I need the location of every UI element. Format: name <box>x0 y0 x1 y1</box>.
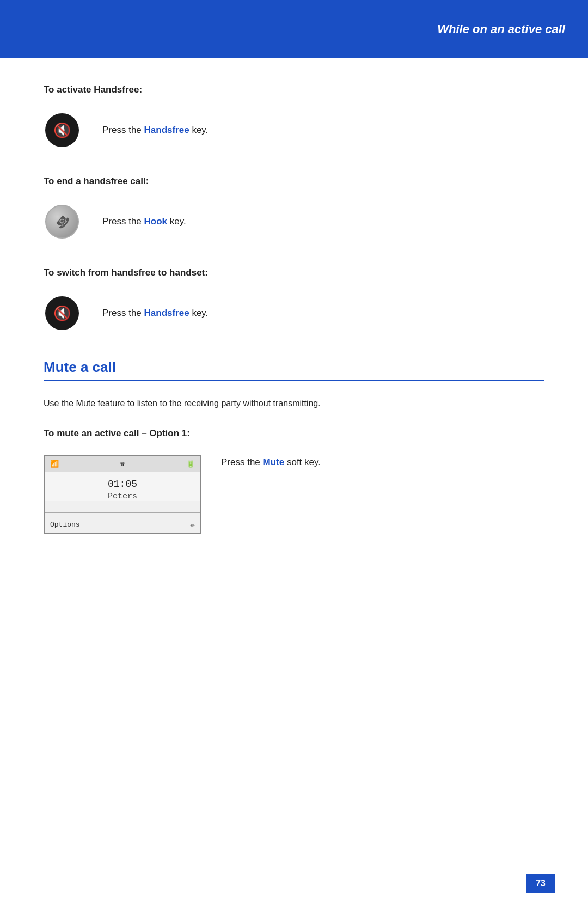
softkey-left-label: Options <box>50 521 80 529</box>
hook-icon: ☎ <box>52 211 72 231</box>
softkey-right-icon: ✏ <box>191 520 195 529</box>
black-circle-button-1: 🔇 <box>45 113 79 147</box>
speaker-icon-2: 🔇 <box>53 305 71 322</box>
key-description-switch-handset: Press the Handsfree key. <box>102 306 208 320</box>
section-activate-handsfree: To activate Handsfree: 🔇 Press the Hands… <box>44 84 544 149</box>
speaker-icon-1: 🔇 <box>53 122 71 139</box>
highlight-3: Handsfree <box>144 308 189 318</box>
highlight-1: Handsfree <box>144 125 189 135</box>
header-title: While on an active call <box>437 22 565 36</box>
key-row-activate-handsfree: 🔇 Press the Handsfree key. <box>44 112 544 149</box>
header-bar: While on an active call <box>0 0 588 58</box>
page-number: 73 <box>526 874 555 893</box>
desc-prefix-1: Press the <box>102 125 144 135</box>
phone-status-bar: 📶 ☎ 🔋 <box>45 456 200 472</box>
phone-time-display: 01:05 <box>50 479 195 490</box>
phone-name-display: Peters <box>50 492 195 501</box>
desc-prefix-3: Press the <box>102 308 144 318</box>
main-content: To activate Handsfree: 🔇 Press the Hands… <box>0 58 588 599</box>
mute-section: Mute a call Use the Mute feature to list… <box>44 359 544 534</box>
key-row-switch-handset: 🔇 Press the Handsfree key. <box>44 295 544 332</box>
signal-bars-icon: 📶 <box>50 460 59 468</box>
phone-screen-mockup: 📶 ☎ 🔋 01:05 Peters Options ✏ <box>44 455 201 534</box>
desc-suffix-2: key. <box>167 216 186 227</box>
mute-highlight: Mute <box>263 457 285 467</box>
handsfree-key-icon-1: 🔇 <box>44 112 81 149</box>
section-switch-handset: To switch from handsfree to handset: 🔇 P… <box>44 267 544 332</box>
black-circle-button-2: 🔇 <box>45 296 79 330</box>
desc-suffix-3: key. <box>189 308 209 318</box>
section-end-handsfree: To end a handsfree call: ☎ Press the Hoo… <box>44 176 544 240</box>
mute-desc-prefix: Press the <box>221 457 263 467</box>
heading-mute-option1: To mute an active call – Option 1: <box>44 428 544 439</box>
handsfree-key-icon-2: 🔇 <box>44 295 81 332</box>
phone-softkeys-bar: Options ✏ <box>45 517 200 533</box>
mute-option1-container: 📶 ☎ 🔋 01:05 Peters Options ✏ Press t <box>44 455 544 534</box>
phone-active-icon: ☎ <box>120 460 125 468</box>
heading-end-handsfree: To end a handsfree call: <box>44 176 544 187</box>
desc-suffix-1: key. <box>189 125 209 135</box>
highlight-2: Hook <box>144 216 168 227</box>
hook-key-icon: ☎ <box>44 203 81 240</box>
mute-section-title: Mute a call <box>44 359 544 381</box>
heading-activate-handsfree: To activate Handsfree: <box>44 84 544 95</box>
heading-switch-handset: To switch from handsfree to handset: <box>44 267 544 278</box>
mute-option1-instruction: Press the Mute soft key. <box>221 455 321 469</box>
key-description-activate-handsfree: Press the Handsfree key. <box>102 123 208 137</box>
key-description-end-handsfree: Press the Hook key. <box>102 215 186 229</box>
mute-desc-suffix: soft key. <box>284 457 321 467</box>
key-row-end-handsfree: ☎ Press the Hook key. <box>44 203 544 240</box>
battery-icon: 🔋 <box>186 460 195 468</box>
phone-divider <box>45 512 200 513</box>
desc-prefix-2: Press the <box>102 216 144 227</box>
gray-circle-button: ☎ <box>45 205 79 239</box>
mute-description: Use the Mute feature to listen to the re… <box>44 396 544 411</box>
phone-body: 01:05 Peters <box>45 472 200 501</box>
